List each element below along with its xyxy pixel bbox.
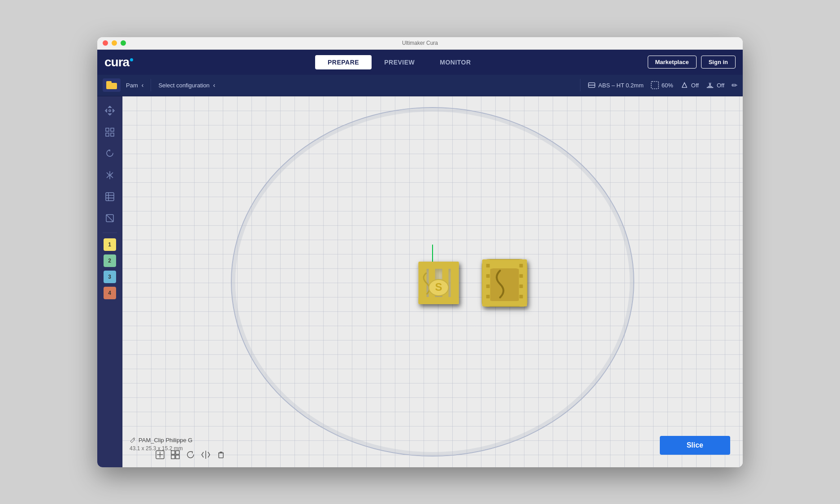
titlebar-buttons — [103, 40, 126, 46]
settings-edit-icon[interactable]: ✏ — [732, 81, 737, 90]
transform-scale-icon[interactable] — [170, 449, 181, 460]
zoom-icon — [651, 81, 659, 89]
svg-rect-35 — [176, 455, 179, 459]
extruder-2-badge[interactable]: 2 — [104, 254, 116, 267]
svg-rect-30 — [520, 295, 523, 298]
svg-rect-29 — [520, 284, 523, 288]
config-section: Select configuration ‹ — [158, 82, 572, 89]
svg-line-12 — [106, 215, 113, 222]
marketplace-button[interactable]: Marketplace — [648, 56, 697, 69]
toolbar-divider-1 — [151, 79, 151, 91]
tab-prepare[interactable]: PREPARE — [315, 55, 372, 69]
printer-section: Pam ‹ — [126, 82, 143, 89]
toolbar-right: ABS – HT 0.2mm 60% Off — [588, 81, 737, 90]
printer-chevron-icon[interactable]: ‹ — [142, 82, 144, 89]
toolbar-divider-2 — [580, 79, 580, 91]
sidebar-item-per-model[interactable] — [101, 188, 119, 206]
transform-move-icon[interactable] — [155, 449, 165, 460]
material-icon — [588, 81, 596, 89]
signin-button[interactable]: Sign in — [701, 56, 736, 69]
svg-rect-7 — [106, 193, 114, 201]
support-label: Off — [691, 82, 699, 89]
nav-tabs: PREPARE PREVIEW MONITOR — [151, 55, 647, 69]
navbar: cura PREPARE PREVIEW MONITOR Marketplace… — [97, 50, 743, 75]
material-setting: ABS – HT 0.2mm — [588, 81, 644, 89]
minimize-button[interactable] — [112, 40, 117, 46]
zoom-label: 60% — [662, 82, 673, 89]
extruder-3-badge[interactable]: 3 — [104, 271, 116, 283]
open-folder-button[interactable] — [103, 78, 121, 92]
scale-icon — [104, 127, 115, 138]
transform-rotate-icon[interactable] — [185, 449, 196, 460]
adhesion-label: Off — [717, 82, 724, 89]
sidebar-item-rotate[interactable] — [101, 145, 119, 163]
tab-preview[interactable]: PREVIEW — [372, 55, 427, 69]
application-window: Ultimaker Cura cura PREPARE PREVIEW MONI… — [97, 37, 743, 467]
folder-icon — [106, 81, 117, 89]
logo: cura — [104, 55, 133, 69]
svg-rect-33 — [176, 451, 179, 454]
svg-rect-27 — [520, 264, 523, 267]
main-content: 1 2 3 4 — [97, 96, 743, 467]
viewport[interactable]: S — [122, 96, 743, 467]
titlebar: Ultimaker Cura — [97, 37, 743, 50]
svg-rect-24 — [486, 274, 490, 278]
svg-rect-15 — [419, 262, 459, 269]
model-left[interactable]: S — [407, 253, 470, 311]
move-icon — [104, 105, 115, 116]
config-chevron-icon[interactable]: ‹ — [213, 82, 216, 89]
model-name-row: PAM_Clip Philippe G — [130, 437, 192, 444]
material-label: ABS – HT 0.2mm — [598, 82, 644, 89]
transform-mirror-icon[interactable] — [200, 449, 211, 460]
svg-rect-25 — [486, 284, 490, 288]
per-model-icon — [104, 191, 115, 202]
sidebar-separator — [103, 233, 117, 233]
adhesion-setting: Off — [706, 81, 724, 89]
toolbar: Pam ‹ Select configuration ‹ ABS – HT 0.… — [97, 75, 743, 96]
svg-rect-2 — [651, 82, 658, 89]
pencil-icon — [130, 437, 136, 443]
zoom-setting: 60% — [651, 81, 673, 89]
model-right[interactable] — [476, 253, 534, 311]
left-sidebar: 1 2 3 4 — [97, 96, 122, 467]
sidebar-item-move[interactable] — [101, 102, 119, 120]
sidebar-item-mirror[interactable] — [101, 166, 119, 184]
nav-actions: Marketplace Sign in — [648, 56, 736, 69]
extruder-4-badge[interactable]: 4 — [104, 287, 116, 299]
transform-icons — [155, 449, 226, 460]
config-label: Select configuration — [158, 82, 209, 89]
model-name: PAM_Clip Philippe G — [139, 437, 192, 444]
model-container[interactable]: S — [407, 253, 534, 311]
transform-delete-icon[interactable] — [216, 449, 226, 460]
svg-rect-23 — [486, 264, 490, 267]
svg-rect-32 — [171, 451, 175, 454]
support-setting: Off — [680, 81, 699, 89]
svg-rect-34 — [171, 455, 175, 459]
mirror-icon — [104, 170, 115, 181]
svg-rect-16 — [419, 297, 459, 304]
svg-text:S: S — [435, 281, 442, 293]
extruder-1-badge[interactable]: 1 — [104, 238, 116, 251]
support-blocker-icon — [104, 213, 115, 224]
rotate-icon — [104, 148, 115, 159]
sidebar-item-scale[interactable] — [101, 123, 119, 141]
svg-rect-28 — [520, 274, 523, 278]
printer-name: Pam — [126, 82, 138, 89]
close-button[interactable] — [103, 40, 108, 46]
adhesion-icon — [706, 81, 714, 89]
svg-rect-37 — [219, 453, 223, 458]
maximize-button[interactable] — [121, 40, 126, 46]
tab-monitor[interactable]: MONITOR — [427, 55, 483, 69]
svg-rect-26 — [486, 295, 490, 298]
slice-button[interactable]: Slice — [660, 436, 730, 455]
sidebar-item-support-blocker[interactable] — [101, 209, 119, 227]
support-icon — [680, 81, 688, 89]
window-title: Ultimaker Cura — [402, 40, 438, 46]
